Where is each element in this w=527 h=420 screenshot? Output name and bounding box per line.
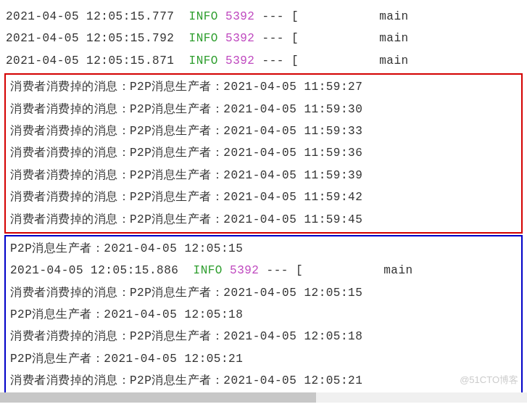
process-id: 5392 [225,10,254,23]
dashes: --- [262,10,284,23]
log-level: INFO [194,264,223,277]
consumer-message: 消费者消费掉的消息：P2P消息生产者：2021-04-05 11:59:33 [6,120,521,142]
consumer-message: 消费者消费掉的消息：P2P消息生产者：2021-04-05 12:05:15 [6,282,521,304]
consumer-message: 消费者消费掉的消息：P2P消息生产者：2021-04-05 11:59:30 [6,99,521,120]
bracket: [ [296,264,303,277]
watermark: @51CTO博客 [460,371,518,390]
producer-message: P2P消息生产者：2021-04-05 12:05:21 [6,348,521,370]
producer-message: P2P消息生产者：2021-04-05 12:05:18 [6,304,521,326]
bracket: [ [291,54,299,67]
timestamp: 2021-04-05 12:05:15.777 [6,10,174,23]
log-level: INFO [189,10,218,23]
log-line: 2021-04-05 12:05:15.777 INFO 5392 --- [ … [1,6,526,28]
bracket: [ [291,10,299,23]
process-id: 5392 [225,54,254,67]
log-line: 2021-04-05 12:05:15.792 INFO 5392 --- [ … [1,28,526,49]
timestamp: 2021-04-05 12:05:15.886 [10,264,178,277]
consumer-message: 消费者消费掉的消息：P2P消息生产者：2021-04-05 11:59:27 [6,76,521,98]
consumer-message: 消费者消费掉的消息：P2P消息生产者：2021-04-05 11:59:36 [6,142,521,164]
thread-name: main [379,32,408,45]
thread-name: main [379,10,408,23]
log-level: INFO [189,32,218,45]
process-id: 5392 [230,264,259,277]
thread-name: main [379,54,408,67]
consumer-message: 消费者消费掉的消息：P2P消息生产者：2021-04-05 12:05:21 [6,370,521,392]
dashes: --- [262,32,284,45]
process-id: 5392 [225,32,254,45]
thread-name: main [383,264,412,277]
consumer-message: 消费者消费掉的消息：P2P消息生产者：2021-04-05 11:59:45 [6,209,521,231]
consumer-message: 消费者消费掉的消息：P2P消息生产者：2021-04-05 12:05:18 [6,326,521,347]
dashes: --- [262,54,284,67]
log-level: INFO [189,54,218,67]
blue-highlight-box: P2P消息生产者：2021-04-05 12:05:15 2021-04-05 … [4,235,523,395]
log-line: 2021-04-05 12:05:15.886 INFO 5392 --- [ … [6,260,521,281]
consumer-message: 消费者消费掉的消息：P2P消息生产者：2021-04-05 11:59:42 [6,186,521,208]
dashes: --- [267,264,289,277]
horizontal-scrollbar[interactable] [0,392,527,403]
consumer-message: 消费者消费掉的消息：P2P消息生产者：2021-04-05 11:59:39 [6,165,521,186]
bracket: [ [291,32,299,45]
red-highlight-box: 消费者消费掉的消息：P2P消息生产者：2021-04-05 11:59:27 消… [4,73,523,234]
scrollbar-thumb[interactable] [0,392,316,403]
console-output: 2021-04-05 12:05:15.777 INFO 5392 --- [ … [1,6,526,395]
timestamp: 2021-04-05 12:05:15.871 [6,54,174,67]
producer-message: P2P消息生产者：2021-04-05 12:05:15 [6,238,521,260]
timestamp: 2021-04-05 12:05:15.792 [6,32,174,45]
log-line: 2021-04-05 12:05:15.871 INFO 5392 --- [ … [1,50,526,72]
